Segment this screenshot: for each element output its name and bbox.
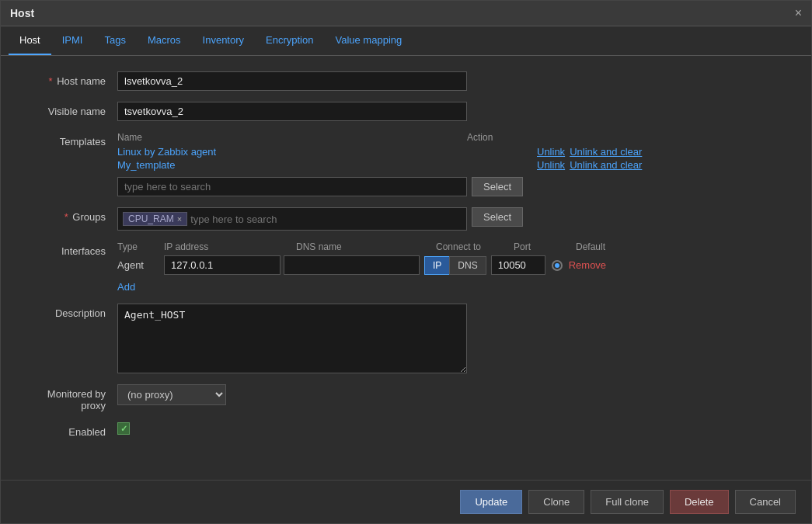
unlink-clear-btn-2[interactable]: Unlink and clear: [570, 159, 642, 171]
interfaces-label: Interfaces: [24, 241, 117, 257]
iface-header-connect: Connect to: [436, 241, 514, 252]
interface-ip-input[interactable]: [164, 255, 281, 275]
radio-icon[interactable]: [552, 260, 563, 271]
host-name-row: * Host name: [24, 71, 788, 91]
group-chip-cpu-ram: CPU_RAM ×: [123, 212, 187, 226]
host-dialog: Host × Host IPMI Tags Macros Inventory E…: [0, 0, 812, 524]
enabled-checkbox[interactable]: ✓: [117, 422, 130, 435]
host-name-input[interactable]: [117, 71, 467, 91]
connect-dns-btn[interactable]: DNS: [449, 256, 486, 275]
interfaces-section: Type IP address DNS name Connect to Port…: [117, 241, 708, 293]
interface-default-radio: [552, 260, 563, 271]
connect-ip-btn[interactable]: IP: [424, 256, 449, 275]
dialog-title-bar: Host ×: [1, 1, 811, 26]
iface-header-dns: DNS name: [296, 241, 436, 252]
description-row: Description Agent_HOST: [24, 304, 788, 373]
template-actions-2: Unlink Unlink and clear: [537, 159, 661, 171]
unlink-clear-btn-1[interactable]: Unlink and clear: [570, 146, 642, 158]
tab-host[interactable]: Host: [9, 26, 51, 55]
template-row: My_template Unlink Unlink and clear: [117, 159, 661, 171]
update-button[interactable]: Update: [460, 490, 522, 514]
full-clone-button[interactable]: Full clone: [591, 490, 664, 514]
iface-header-type: Type: [117, 241, 164, 252]
interfaces-row: Interfaces Type IP address DNS name Conn…: [24, 241, 788, 293]
template-actions-1: Unlink Unlink and clear: [537, 146, 661, 158]
templates-section: Name Action Linux by Zabbix agent Unlink…: [117, 132, 661, 196]
templates-col-name: Name: [117, 132, 467, 143]
tab-ipmi[interactable]: IPMI: [51, 26, 94, 55]
clone-button[interactable]: Clone: [528, 490, 584, 514]
template-name-1: Linux by Zabbix agent: [117, 146, 537, 158]
visible-name-input[interactable]: [117, 102, 467, 121]
templates-select-button[interactable]: Select: [472, 177, 523, 196]
groups-container: CPU_RAM × Select: [117, 207, 523, 231]
connect-buttons: IP DNS: [424, 256, 486, 275]
groups-input-area: CPU_RAM ×: [117, 207, 467, 231]
iface-header-ip: IP address: [164, 241, 296, 252]
monitored-by-label: Monitored by proxy: [24, 384, 117, 411]
description-textarea[interactable]: Agent_HOST: [117, 304, 467, 373]
template-row: Linux by Zabbix agent Unlink Unlink and …: [117, 146, 661, 158]
tab-tags[interactable]: Tags: [93, 26, 136, 55]
required-star-groups: *: [64, 211, 68, 223]
tab-value-mapping[interactable]: Value mapping: [324, 26, 413, 55]
description-label: Description: [24, 304, 117, 319]
groups-row: * Groups CPU_RAM × Select: [24, 207, 788, 231]
checkmark-icon: ✓: [120, 424, 127, 434]
tabs-bar: Host IPMI Tags Macros Inventory Encrypti…: [1, 26, 811, 56]
groups-field[interactable]: CPU_RAM ×: [117, 207, 467, 231]
template-name-2: My_template: [117, 159, 537, 171]
iface-header-default: Default: [576, 241, 638, 252]
templates-header: Name Action: [117, 132, 584, 146]
interface-dns-input[interactable]: [284, 255, 420, 275]
templates-col-action: Action: [467, 132, 584, 143]
chip-remove-icon[interactable]: ×: [177, 214, 182, 224]
groups-label: * Groups: [24, 207, 117, 223]
tab-encryption[interactable]: Encryption: [255, 26, 324, 55]
cancel-button[interactable]: Cancel: [735, 490, 796, 514]
visible-name-row: Visible name: [24, 102, 788, 121]
templates-row: Templates Name Action Linux by Zabbix ag…: [24, 132, 788, 196]
iface-header-port: Port: [514, 241, 576, 252]
interface-port-input[interactable]: [491, 255, 545, 275]
form-content: * Host name Visible name Templates Name …: [1, 56, 811, 480]
visible-name-label: Visible name: [24, 102, 117, 117]
add-interface-link[interactable]: Add: [117, 281, 135, 293]
dialog-title: Host: [10, 7, 34, 19]
interface-remove-btn[interactable]: Remove: [569, 259, 606, 271]
tab-inventory[interactable]: Inventory: [192, 26, 255, 55]
required-star: *: [48, 75, 52, 87]
templates-search-row: Select: [117, 177, 661, 196]
dialog-footer: Update Clone Full clone Delete Cancel: [1, 480, 811, 523]
delete-button[interactable]: Delete: [670, 490, 729, 514]
host-name-label: * Host name: [24, 71, 117, 87]
proxy-select[interactable]: (no proxy): [117, 384, 226, 405]
unlink-btn-2[interactable]: Unlink: [537, 159, 565, 171]
enabled-label: Enabled: [24, 422, 117, 438]
monitored-by-row: Monitored by proxy (no proxy): [24, 384, 788, 411]
interface-row: Agent IP DNS Remove: [117, 255, 708, 275]
templates-search-input[interactable]: [117, 177, 467, 196]
templates-label: Templates: [24, 132, 117, 147]
enabled-row: Enabled ✓: [24, 422, 788, 438]
groups-select-button[interactable]: Select: [472, 207, 523, 227]
close-button[interactable]: ×: [795, 7, 802, 19]
tab-macros[interactable]: Macros: [137, 26, 192, 55]
interfaces-header: Type IP address DNS name Connect to Port…: [117, 241, 708, 255]
unlink-btn-1[interactable]: Unlink: [537, 146, 565, 158]
interface-type-label: Agent: [117, 259, 164, 271]
enabled-checkbox-row: ✓: [117, 422, 130, 435]
groups-search-input[interactable]: [190, 213, 462, 225]
